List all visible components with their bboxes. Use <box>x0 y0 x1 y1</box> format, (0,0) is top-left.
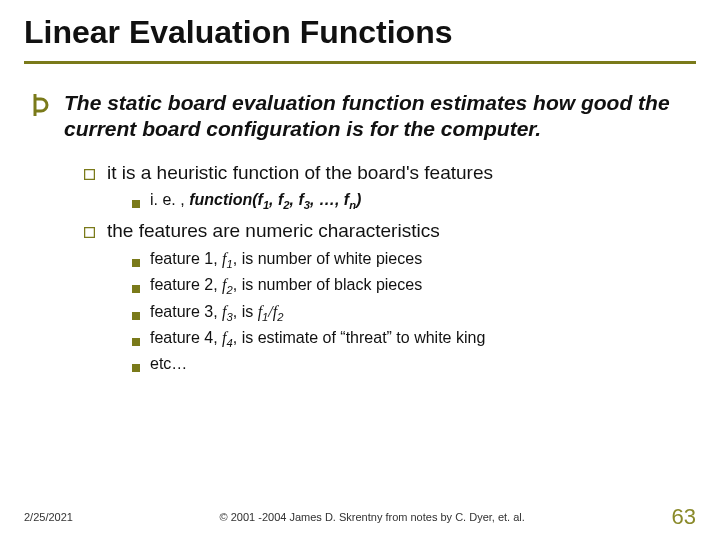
bullet-level3: feature 1, f1, is number of white pieces <box>132 248 696 272</box>
sub2-item-3: feature 4, f4, is estimate of “threat” t… <box>150 327 485 351</box>
svg-rect-6 <box>132 338 140 346</box>
footer-copyright: © 2001 -2004 James D. Skrentny from note… <box>73 511 672 523</box>
bullet-level2: the features are numeric characteristics <box>84 219 696 244</box>
sub2-item-0: feature 1, f1, is number of white pieces <box>150 248 422 272</box>
svg-rect-4 <box>132 285 140 293</box>
svg-rect-2 <box>85 228 95 238</box>
title-divider <box>24 61 696 64</box>
bullet-level2: it is a heuristic function of the board'… <box>84 161 696 186</box>
sub2-item-4: etc… <box>150 353 187 376</box>
small-square-icon <box>132 194 140 213</box>
sub1-text: it is a heuristic function of the board'… <box>107 161 493 186</box>
svg-rect-7 <box>132 364 140 372</box>
sub2-item-1: feature 2, f2, is number of black pieces <box>150 274 422 298</box>
square-bullet-icon <box>84 224 95 244</box>
svg-rect-1 <box>132 200 140 208</box>
square-bullet-icon <box>84 166 95 186</box>
bullet-level3: i. e. , function(f1, f2, f3, …, fn) <box>132 189 696 213</box>
small-square-icon <box>132 253 140 272</box>
bullet-level3: feature 4, f4, is estimate of “threat” t… <box>132 327 696 351</box>
bullet-level1: The static board evaluation function est… <box>32 90 696 143</box>
thorn-icon <box>32 94 50 143</box>
small-square-icon <box>132 358 140 376</box>
main-point-text: The static board evaluation function est… <box>64 90 696 143</box>
slide-title: Linear Evaluation Functions <box>24 14 696 59</box>
small-square-icon <box>132 306 140 325</box>
svg-rect-3 <box>132 259 140 267</box>
svg-rect-5 <box>132 312 140 320</box>
footer-date: 2/25/2021 <box>24 511 73 523</box>
sub1-item-0: i. e. , function(f1, f2, f3, …, fn) <box>150 189 361 213</box>
bullet-level3: etc… <box>132 353 696 376</box>
bullet-level3: feature 3, f3, is f1/f2 <box>132 301 696 325</box>
sub2-item-2: feature 3, f3, is f1/f2 <box>150 301 283 325</box>
bullet-level3: feature 2, f2, is number of black pieces <box>132 274 696 298</box>
sub2-text: the features are numeric characteristics <box>107 219 440 244</box>
small-square-icon <box>132 279 140 298</box>
page-number: 63 <box>672 504 696 530</box>
svg-rect-0 <box>85 169 95 179</box>
slide-footer: 2/25/2021 © 2001 -2004 James D. Skrentny… <box>0 504 720 530</box>
small-square-icon <box>132 332 140 351</box>
